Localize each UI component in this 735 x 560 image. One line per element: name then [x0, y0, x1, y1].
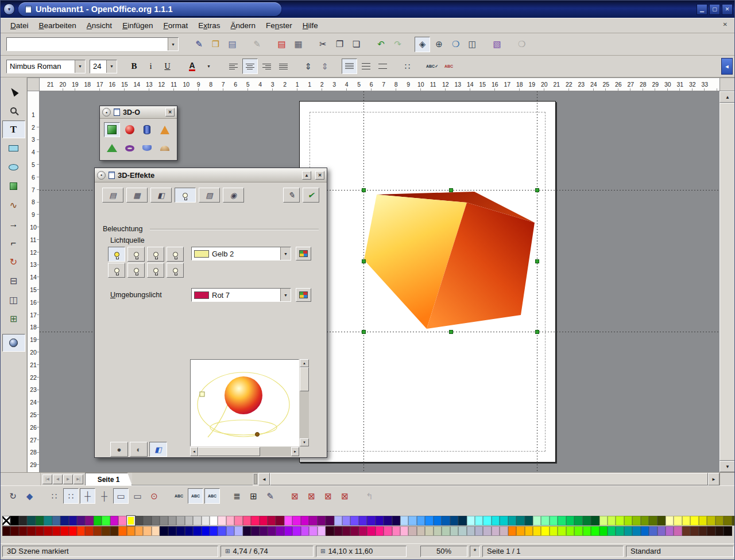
color-swatch[interactable] — [292, 526, 300, 536]
color-swatch[interactable] — [516, 516, 524, 526]
color-swatch[interactable] — [525, 516, 533, 526]
scroll-left-button[interactable]: ◄ — [190, 447, 198, 456]
color-swatch[interactable] — [541, 526, 549, 536]
color-swatch[interactable] — [376, 526, 384, 536]
font-size-dropdown-button[interactable]: ▼ — [106, 60, 117, 73]
menu-hilfe[interactable]: Hilfe — [297, 20, 323, 32]
toolbar-scroll-left-button[interactable]: ◄ — [721, 58, 733, 75]
selection-handle[interactable] — [535, 259, 539, 263]
vertical-scrollbar[interactable]: ▲ ▼ — [719, 91, 735, 472]
font-color-button[interactable]: A — [184, 59, 200, 74]
scroll-left-button[interactable]: ◄ — [258, 473, 270, 485]
color-swatch[interactable] — [69, 516, 77, 526]
color-swatch[interactable] — [442, 526, 450, 536]
color-swatch[interactable] — [350, 526, 358, 536]
color-swatch[interactable] — [152, 526, 160, 536]
color-swatch[interactable] — [376, 516, 384, 526]
placeholder-text-button[interactable]: ⊠ — [304, 488, 319, 504]
edit-doc-button[interactable]: ✎ — [249, 37, 265, 52]
color-swatch[interactable] — [276, 516, 284, 526]
color-swatch[interactable] — [202, 526, 210, 536]
url-dropdown-button[interactable]: ▼ — [168, 38, 178, 50]
dblclick-edit-button[interactable]: ABC — [204, 488, 220, 504]
assign-button[interactable]: ✔ — [303, 188, 319, 203]
color-swatch[interactable] — [234, 526, 242, 536]
color-swatch[interactable] — [226, 516, 234, 526]
curve-tool[interactable]: ∿ — [2, 196, 25, 214]
palette-titlebar[interactable]: ● 3D-O ✕ — [100, 106, 177, 119]
light-source-5[interactable] — [108, 263, 125, 278]
scroll-right-button[interactable]: ► — [708, 473, 719, 485]
color-swatch[interactable] — [69, 526, 77, 536]
color-swatch[interactable] — [425, 516, 433, 526]
color-swatch[interactable] — [632, 526, 640, 536]
gluepoints-button[interactable]: ◆ — [22, 488, 37, 504]
color-swatch[interactable] — [682, 516, 690, 526]
placeholder-abc-button[interactable]: ⊠ — [320, 488, 336, 504]
modify-attributes-button[interactable]: ✎ — [262, 488, 278, 504]
color-swatch[interactable] — [467, 516, 475, 526]
align-right-button[interactable] — [259, 59, 274, 74]
color-swatch[interactable] — [27, 516, 35, 526]
color-swatch[interactable] — [657, 516, 666, 526]
color-swatch[interactable] — [690, 516, 698, 526]
selection-handle[interactable] — [535, 330, 539, 334]
color-swatch[interactable] — [334, 526, 342, 536]
font-color-dropdown[interactable]: ▾ — [201, 59, 216, 74]
open-button[interactable]: ❒ — [208, 37, 223, 52]
color-swatch[interactable] — [392, 526, 400, 536]
color-swatch[interactable] — [608, 516, 616, 526]
3d-objects-tool[interactable] — [2, 177, 25, 195]
color-swatch[interactable] — [541, 516, 549, 526]
color-swatch[interactable] — [110, 526, 118, 536]
color-swatch[interactable] — [251, 516, 259, 526]
color-swatch[interactable] — [566, 526, 574, 536]
snap-guides-button[interactable]: ┼ — [96, 488, 112, 504]
lines-arrows-tool[interactable]: → — [2, 215, 25, 233]
color-swatch[interactable] — [210, 516, 218, 526]
line-spacing-2-button[interactable] — [375, 59, 390, 74]
color-swatch[interactable] — [715, 526, 724, 536]
text-tool[interactable]: T — [2, 120, 25, 138]
color-swatch[interactable] — [160, 516, 168, 526]
edit-file-button[interactable]: ✎ — [191, 37, 207, 52]
light-source-4[interactable] — [167, 247, 184, 262]
color-swatch[interactable] — [19, 526, 27, 536]
system-menu-button[interactable]: ▾ — [3, 3, 15, 15]
url-input[interactable] — [7, 40, 168, 49]
dialog-titlebar[interactable]: ● 3D-Effekte ▴ ✕ — [95, 168, 327, 182]
color-swatch[interactable] — [525, 526, 533, 536]
menu-bearbeiten[interactable]: Bearbeiten — [34, 20, 82, 32]
color-swatch[interactable] — [400, 526, 408, 536]
italic-button[interactable]: i — [143, 59, 158, 74]
undo-button[interactable]: ↶ — [373, 37, 389, 52]
color-swatch[interactable] — [226, 526, 234, 536]
color-swatch[interactable] — [326, 526, 334, 536]
color-swatch[interactable] — [583, 516, 591, 526]
color-swatch[interactable] — [591, 526, 599, 536]
color-swatch[interactable] — [251, 526, 259, 536]
zoom-button[interactable]: ⊕ — [431, 37, 447, 52]
color-swatch[interactable] — [591, 516, 599, 526]
placeholder-picture-button[interactable]: ⊠ — [287, 488, 303, 504]
ambient-color-combo[interactable]: Rot 7 ▼ — [191, 288, 291, 302]
ellipse-tool[interactable] — [2, 158, 25, 176]
color-swatch[interactable] — [359, 526, 367, 536]
color-swatch[interactable] — [210, 526, 218, 536]
color-swatch[interactable] — [682, 526, 690, 536]
align-left-button[interactable] — [226, 59, 241, 74]
color-swatch[interactable] — [450, 516, 458, 526]
color-swatch[interactable] — [624, 526, 632, 536]
menu-aendern[interactable]: Ändern — [226, 20, 261, 32]
selection-handle[interactable] — [535, 188, 539, 192]
underline-button[interactable]: U — [160, 59, 175, 74]
color-swatch[interactable] — [185, 526, 193, 536]
vertical-scroll-thumb[interactable] — [719, 103, 735, 461]
page-tab-seite1[interactable]: Seite 1 — [85, 473, 132, 485]
palette-close-button[interactable]: ✕ — [165, 108, 175, 116]
next-page-button[interactable]: ▶ — [63, 475, 73, 484]
color-swatch[interactable] — [284, 526, 292, 536]
font-name-combo[interactable]: Nimbus Roman ▼ — [6, 60, 86, 73]
selection-handle[interactable] — [362, 330, 366, 334]
color-swatch[interactable] — [260, 526, 268, 536]
